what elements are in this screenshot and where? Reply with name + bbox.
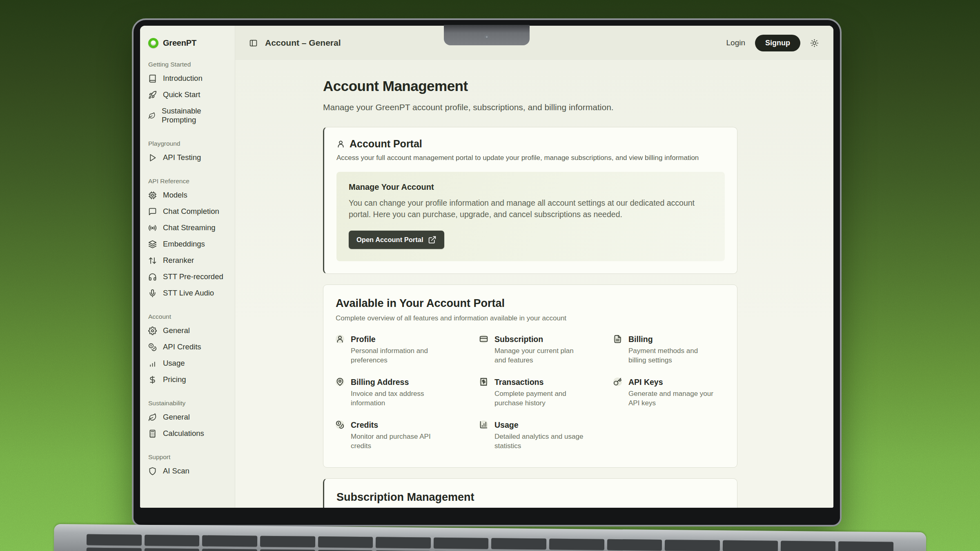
keyboard-key	[145, 535, 200, 546]
open-account-portal-label: Open Account Portal	[356, 236, 423, 244]
feature-title: Billing Address	[351, 378, 440, 387]
sidebar-item-pricing[interactable]: Pricing	[140, 371, 235, 388]
feature-title: Billing	[628, 335, 717, 344]
sidebar-item-reranker[interactable]: Reranker	[140, 252, 235, 269]
feature-title: Credits	[351, 420, 440, 430]
feature-transactions: Transactions Complete payment and purcha…	[479, 378, 613, 408]
sidebar-sections: Getting Started Introduction Quick Start…	[140, 61, 235, 479]
account-portal-title: Account Portal	[350, 138, 422, 150]
keyboard-key	[376, 537, 431, 548]
chat-icon	[148, 207, 157, 216]
cpu-icon	[148, 191, 157, 200]
sidebar-section: Sustainability General Calculations	[140, 400, 235, 442]
sidebar-item-label: General	[163, 326, 190, 335]
key-icon	[613, 378, 622, 386]
external-link-icon	[428, 236, 437, 244]
sidebar-section-label: Getting Started	[140, 61, 235, 68]
chart-icon	[148, 359, 157, 368]
feature-description: Manage your current plan and features	[494, 347, 584, 365]
sidebar-item-introduction[interactable]: Introduction	[140, 70, 235, 87]
sidebar-item-chat-completion[interactable]: Chat Completion	[140, 203, 235, 220]
sidebar-item-ai-scan[interactable]: AI Scan	[140, 463, 235, 479]
keyboard-key	[434, 538, 489, 549]
feature-credits: Credits Monitor and purchase API credits	[336, 420, 479, 451]
headphones-icon	[148, 273, 157, 281]
keyboard-key	[607, 539, 662, 551]
keyboard-key	[202, 549, 257, 551]
layers-icon	[148, 240, 157, 249]
keyboard-key	[318, 536, 373, 548]
keyboard-key	[260, 549, 315, 551]
feature-description: Detailed analytics and usage statistics	[494, 432, 584, 451]
cards-container: Account Portal Access your full account …	[323, 127, 737, 508]
dollar-icon	[148, 375, 157, 384]
calculator-icon	[148, 429, 157, 438]
sidebar-item-label: Chat Completion	[163, 207, 219, 216]
subscription-management-card: Subscription Management	[323, 478, 737, 508]
feature-billing-address: Billing Address Invoice and tax address …	[336, 378, 479, 408]
broadcast-icon	[148, 224, 157, 232]
feature-description: Generate and manage your API keys	[628, 389, 717, 408]
feature-api-keys: API Keys Generate and manage your API ke…	[613, 378, 725, 408]
page-breadcrumb: Account – General	[265, 38, 341, 48]
sidebar-item-label: General	[163, 413, 190, 422]
feature-title: Subscription	[494, 335, 584, 344]
rocket-icon	[148, 91, 157, 99]
credit-card-icon	[479, 335, 488, 343]
feature-title: Usage	[494, 420, 584, 430]
sidebar-item-label: Models	[163, 191, 187, 200]
signup-button[interactable]: Signup	[755, 35, 800, 51]
sidebar-item-label: Reranker	[163, 256, 194, 265]
topbar: Account – General Login Signup	[235, 26, 833, 60]
brand-logo[interactable]: GreenPT	[140, 36, 235, 49]
user-icon	[336, 335, 344, 343]
feature-description: Complete payment and purchase history	[494, 389, 584, 408]
panel-left-icon[interactable]	[249, 39, 258, 47]
webcam-icon	[485, 35, 489, 39]
feature-description: Payment methods and billing settings	[628, 347, 717, 365]
keyboard-key	[665, 540, 720, 551]
file-text-icon	[613, 335, 622, 343]
sidebar-item-models[interactable]: Models	[140, 187, 235, 203]
sidebar-section-label: Support	[140, 453, 235, 461]
keyboard-key	[549, 538, 604, 550]
sidebar-item-label: Sustainable Prompting	[162, 107, 227, 124]
feature-title: API Keys	[628, 378, 717, 387]
sidebar-item-label: Introduction	[163, 74, 203, 83]
sidebar-item-label: Chat Streaming	[163, 223, 216, 232]
sidebar-item-usage[interactable]: Usage	[140, 355, 235, 371]
greenpt-logo-icon	[148, 38, 158, 48]
sidebar-section-label: API Reference	[140, 178, 235, 185]
subscription-management-title: Subscription Management	[336, 491, 725, 504]
sun-icon[interactable]	[810, 39, 819, 47]
sidebar-section: Support AI Scan	[140, 453, 235, 479]
features-card-subtitle: Complete overview of all features and in…	[336, 314, 725, 322]
leaf-icon	[148, 413, 157, 422]
keyboard-key	[144, 548, 199, 551]
book-icon	[148, 74, 157, 83]
sidebar-item-label: API Testing	[163, 153, 201, 162]
laptop-notch	[444, 25, 530, 45]
sidebar-item-stt-live-audio[interactable]: STT Live Audio	[140, 285, 235, 301]
sidebar-item-quick-start[interactable]: Quick Start	[140, 87, 235, 103]
login-link[interactable]: Login	[726, 38, 746, 47]
shield-icon	[148, 467, 157, 475]
sidebar-item-embeddings[interactable]: Embeddings	[140, 236, 235, 252]
sidebar-item-stt-pre-recorded[interactable]: STT Pre-recorded	[140, 269, 235, 285]
open-account-portal-button[interactable]: Open Account Portal	[349, 231, 444, 249]
feature-usage: Usage Detailed analytics and usage stati…	[479, 420, 613, 451]
coins-icon	[336, 420, 344, 429]
sidebar-item-chat-streaming[interactable]: Chat Streaming	[140, 220, 235, 236]
sidebar-item-api-testing[interactable]: API Testing	[140, 149, 235, 166]
sidebar-item-calculations[interactable]: Calculations	[140, 425, 235, 442]
bar-chart-icon	[479, 420, 488, 429]
sidebar-item-sustainable-prompting[interactable]: Sustainable Prompting	[140, 103, 235, 128]
sidebar-item-general[interactable]: General	[140, 322, 235, 339]
sidebar-item-label: AI Scan	[163, 467, 189, 475]
sidebar-item-general[interactable]: General	[140, 409, 235, 425]
keyboard-key	[87, 548, 142, 551]
play-icon	[148, 153, 157, 162]
sidebar-item-api-credits[interactable]: API Credits	[140, 339, 235, 355]
sidebar-section: Playground API Testing	[140, 140, 235, 166]
laptop-keyboard-deck	[54, 524, 927, 551]
